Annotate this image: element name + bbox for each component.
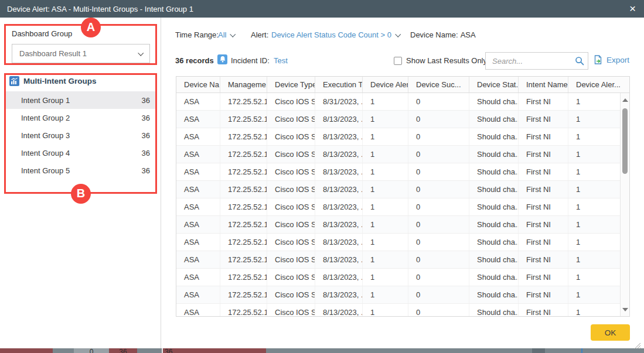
table-link-cell[interactable]: First NI: [519, 111, 568, 128]
background-strip-cell: [266, 348, 644, 353]
table-link-cell[interactable]: ASA: [176, 234, 220, 251]
table-cell: Should cha...: [469, 304, 519, 316]
table-link-cell[interactable]: First NI: [519, 198, 568, 215]
table-link-cell[interactable]: First NI: [519, 304, 568, 316]
dashboard-group-select[interactable]: Dashboard Result 1: [12, 44, 150, 63]
alert-dropdown[interactable]: Device Alert Status Code Count > 0: [271, 30, 400, 39]
table-link-cell[interactable]: First NI: [519, 181, 568, 198]
table-link-cell[interactable]: ASA: [176, 269, 220, 286]
table-link-cell[interactable]: ASA: [176, 163, 220, 180]
table-link-cell[interactable]: 1: [363, 163, 408, 180]
table-cell: 8/13/2023, ...: [315, 198, 363, 215]
table-cell: 0: [408, 146, 469, 163]
table-row[interactable]: ASA172.25.52.1Cisco IOS S...8/13/2023, .…: [176, 181, 620, 198]
table-link-cell[interactable]: 1: [363, 111, 408, 128]
table-link-cell[interactable]: ASA: [176, 198, 220, 215]
table-cell: Cisco IOS S...: [267, 198, 315, 215]
table-row[interactable]: ASA172.25.52.1Cisco IOS S...8/13/2023, .…: [176, 128, 620, 146]
background-strip-cell: [53, 348, 74, 353]
table-row[interactable]: ASA172.25.52.1Cisco IOS S...8/13/2023, .…: [176, 251, 620, 269]
ok-button[interactable]: OK: [591, 324, 630, 341]
table-row[interactable]: ASA172.25.52.1Cisco IOS S...8/13/2023, .…: [176, 304, 620, 316]
search-icon[interactable]: [571, 56, 588, 66]
table-cell: Cisco IOS S...: [267, 181, 315, 198]
resize-handle[interactable]: [634, 342, 640, 349]
column-header[interactable]: Device Na...: [176, 77, 220, 92]
scrollbar-thumb[interactable]: [622, 108, 628, 174]
table-row[interactable]: ASA172.25.52.1Cisco IOS S...8/13/2023, .…: [176, 286, 620, 304]
table-link-cell[interactable]: 1: [363, 198, 408, 215]
table-link-cell[interactable]: ASA: [176, 304, 220, 316]
table-cell: 8/13/2023, ...: [315, 286, 363, 303]
table-row[interactable]: ASA172.25.52.1Cisco IOS S...8/13/2023, .…: [176, 198, 620, 216]
table-link-cell[interactable]: First NI: [519, 128, 568, 145]
table-cell: 172.25.52.1: [220, 269, 267, 286]
incident-id-link[interactable]: Test: [274, 56, 288, 65]
table-link-cell[interactable]: 1: [363, 181, 408, 198]
table-link-cell[interactable]: 1: [363, 128, 408, 145]
table-link-cell[interactable]: ASA: [176, 146, 220, 163]
table-link-cell[interactable]: 1: [363, 269, 408, 286]
column-header[interactable]: Execution T...: [315, 77, 363, 92]
column-header[interactable]: Device Type: [267, 77, 315, 92]
show-last-results-checkbox[interactable]: [394, 57, 402, 65]
table-row[interactable]: ASA172.25.52.1Cisco IOS S...8/13/2023, .…: [176, 216, 620, 234]
column-header[interactable]: Device Aler...: [568, 77, 620, 92]
table-link-cell[interactable]: ASA: [176, 251, 220, 268]
table-link-cell[interactable]: First NI: [519, 251, 568, 268]
column-header[interactable]: Device Suc...: [408, 77, 469, 92]
table-link-cell[interactable]: ASA: [176, 286, 220, 303]
scroll-down-icon[interactable]: [622, 308, 628, 311]
table-link-cell[interactable]: First NI: [519, 146, 568, 163]
table-link-cell[interactable]: 1: [363, 251, 408, 268]
table-link-cell[interactable]: First NI: [519, 216, 568, 233]
scroll-up-icon[interactable]: [622, 98, 628, 102]
table-cell: Cisco IOS S...: [267, 128, 315, 145]
search-input[interactable]: [486, 53, 571, 69]
background-strip-cell: [0, 348, 53, 353]
table-row[interactable]: ASA172.25.52.1Cisco IOS S...8/13/2023, .…: [176, 111, 620, 128]
table-link-cell[interactable]: ASA: [176, 216, 220, 233]
table-link-cell[interactable]: ASA: [176, 93, 220, 110]
column-header[interactable]: Manageme...: [220, 77, 267, 92]
table-link-cell[interactable]: First NI: [519, 286, 568, 303]
table-link-cell[interactable]: 1: [363, 234, 408, 251]
table-row[interactable]: ASA172.25.52.1Cisco IOS S...8/13/2023, .…: [176, 234, 620, 251]
device-alert-dialog: 0 36 36 Device Alert: ASA - Multi-Intent…: [0, 0, 644, 353]
column-header[interactable]: Device Aler...: [363, 77, 408, 92]
table-row[interactable]: ASA172.25.52.1Cisco IOS S...8/13/2023, .…: [176, 163, 620, 181]
table-link-cell[interactable]: ASA: [176, 111, 220, 128]
table-link-cell[interactable]: ASA: [176, 128, 220, 145]
sidebar-item-intent-group[interactable]: Intent Group 336: [6, 126, 157, 144]
table-row[interactable]: ASA172.25.52.1Cisco IOS S...8/13/2023, .…: [176, 269, 620, 286]
sidebar-item-intent-group[interactable]: Intent Group 436: [6, 144, 157, 162]
column-header[interactable]: Device Stat...: [469, 77, 519, 92]
table-row[interactable]: ASA172.25.52.1Cisco IOS S...8/31/2023, .…: [176, 93, 620, 111]
table-link-cell[interactable]: ASA: [176, 181, 220, 198]
table-cell: Should cha...: [469, 111, 519, 128]
table-link-cell[interactable]: First NI: [519, 93, 568, 110]
table-link-cell[interactable]: First NI: [519, 269, 568, 286]
column-header[interactable]: Intent Name: [519, 77, 568, 92]
table-link-cell[interactable]: First NI: [519, 234, 568, 251]
table-cell: 8/13/2023, ...: [315, 216, 363, 233]
table-link-cell[interactable]: 1: [363, 146, 408, 163]
intent-group-count: 36: [142, 149, 150, 157]
time-range-dropdown[interactable]: All: [218, 30, 234, 39]
table-cell: Should cha...: [469, 146, 519, 163]
show-last-results-label: Show Last Results Only: [406, 56, 487, 65]
table-link-cell[interactable]: 1: [363, 304, 408, 316]
close-icon[interactable]: ×: [629, 0, 636, 18]
table-link-cell[interactable]: 1: [363, 93, 408, 110]
table-cell: 1: [568, 146, 620, 163]
sidebar-item-intent-group[interactable]: Intent Group 236: [6, 109, 157, 126]
table-link-cell[interactable]: First NI: [519, 163, 568, 180]
table-link-cell[interactable]: 1: [363, 216, 408, 233]
sidebar-item-intent-group[interactable]: Intent Group 136: [6, 91, 157, 109]
table-cell: 172.25.52.1: [220, 128, 267, 145]
table-row[interactable]: ASA172.25.52.1Cisco IOS S...8/13/2023, .…: [176, 146, 620, 163]
intent-group-count: 36: [142, 131, 150, 140]
export-button[interactable]: Export: [594, 55, 629, 64]
table-link-cell[interactable]: 1: [363, 286, 408, 303]
sidebar-item-intent-group[interactable]: Intent Group 536: [6, 162, 157, 179]
